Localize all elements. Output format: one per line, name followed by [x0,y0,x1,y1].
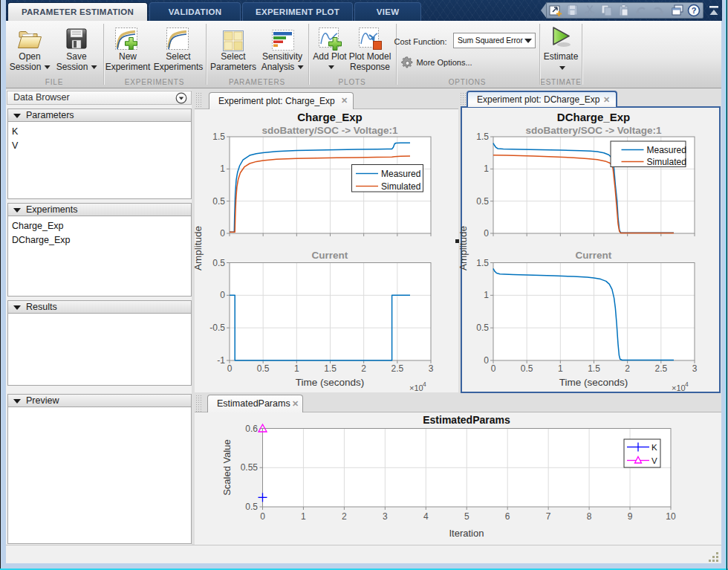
svg-text:?: ? [692,6,697,15]
